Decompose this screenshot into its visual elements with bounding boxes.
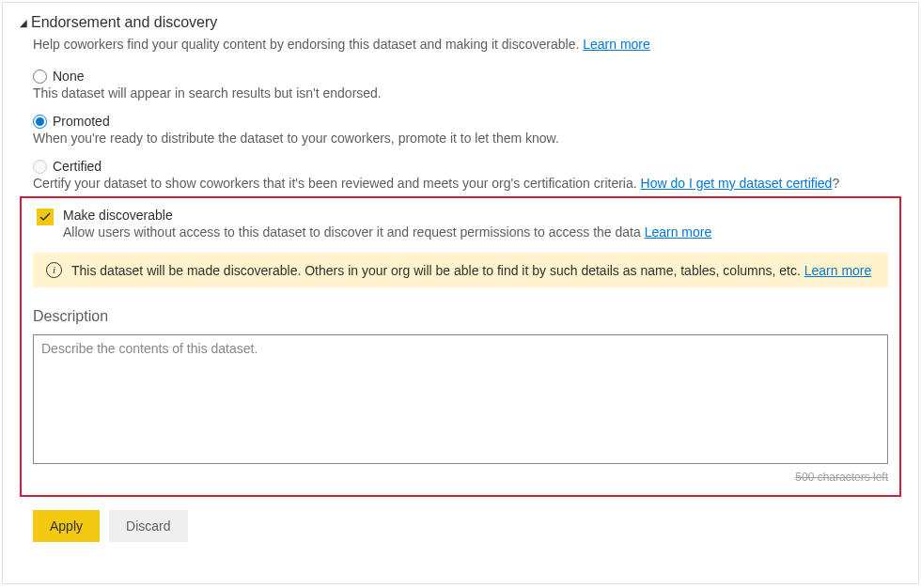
discoverable-desc: Allow users without access to this datas…: [63, 224, 888, 240]
radio-none-label[interactable]: None: [53, 69, 84, 84]
collapse-triangle-icon: ◢: [20, 17, 27, 28]
help-text: Help coworkers find your quality content…: [33, 37, 579, 52]
banner-learn-more-link[interactable]: Learn more: [804, 263, 872, 278]
radio-promoted-desc: When you're ready to distribute the data…: [33, 131, 901, 146]
radio-certified: [33, 160, 47, 174]
discoverable-learn-more-link[interactable]: Learn more: [645, 224, 712, 240]
section-title: Endorsement and discovery: [31, 14, 217, 31]
radio-none[interactable]: [33, 70, 47, 84]
discard-button[interactable]: Discard: [109, 510, 187, 542]
description-textarea[interactable]: [33, 334, 888, 464]
discoverable-row: Make discoverable Allow users without ac…: [37, 208, 888, 240]
button-row: Apply Discard: [33, 510, 901, 542]
section-header-endorsement[interactable]: ◢ Endorsement and discovery: [20, 14, 901, 31]
certified-desc-text: Certify your dataset to show coworkers t…: [33, 176, 637, 191]
discoverable-label[interactable]: Make discoverable: [63, 208, 888, 223]
settings-panel: ◢ Endorsement and discovery Help coworke…: [2, 2, 919, 584]
info-icon: i: [46, 262, 62, 278]
radio-promoted[interactable]: [33, 115, 47, 129]
radio-none-desc: This dataset will appear in search resul…: [33, 85, 901, 101]
option-none: None This dataset will appear in search …: [33, 69, 901, 101]
certified-how-link[interactable]: How do I get my dataset certified: [641, 176, 833, 191]
characters-left: 500 characters left: [33, 471, 888, 484]
description-label: Description: [33, 308, 888, 325]
radio-certified-label: Certified: [53, 159, 101, 174]
section-help-text: Help coworkers find your quality content…: [33, 37, 901, 52]
discoverable-highlight-frame: Make discoverable Allow users without ac…: [20, 196, 901, 497]
certified-q: ?: [832, 176, 839, 191]
option-certified: Certified Certify your dataset to show c…: [33, 159, 901, 191]
radio-promoted-label[interactable]: Promoted: [53, 114, 110, 129]
discoverable-desc-text: Allow users without access to this datas…: [63, 224, 641, 240]
help-learn-more-link[interactable]: Learn more: [583, 37, 650, 52]
banner-text: This dataset will be made discoverable. …: [71, 263, 801, 278]
info-banner-text: This dataset will be made discoverable. …: [71, 263, 871, 278]
make-discoverable-checkbox[interactable]: [37, 209, 54, 225]
discoverable-info-banner: i This dataset will be made discoverable…: [33, 253, 888, 287]
option-promoted: Promoted When you're ready to distribute…: [33, 114, 901, 146]
radio-certified-desc: Certify your dataset to show coworkers t…: [33, 176, 901, 191]
apply-button[interactable]: Apply: [33, 510, 100, 542]
endorsement-radio-group: None This dataset will appear in search …: [33, 69, 901, 191]
checkmark-icon: [39, 211, 51, 223]
